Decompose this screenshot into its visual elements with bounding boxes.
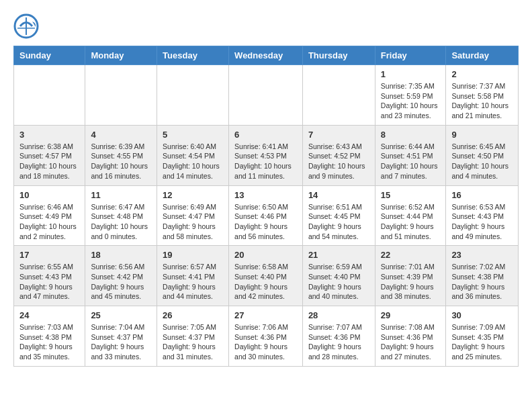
day-number: 14: [308, 190, 369, 200]
calendar-row-1: 3Sunrise: 6:38 AM Sunset: 4:57 PM Daylig…: [14, 125, 519, 185]
day-info: Sunrise: 7:01 AM Sunset: 4:39 PM Dayligh…: [381, 262, 441, 302]
logo: [13, 13, 42, 39]
calendar-cell: 11Sunrise: 6:47 AM Sunset: 4:48 PM Dayli…: [85, 185, 157, 246]
day-number: 13: [234, 190, 297, 200]
day-number: 20: [234, 250, 297, 260]
calendar-cell: [85, 65, 157, 126]
day-info: Sunrise: 7:05 AM Sunset: 4:37 PM Dayligh…: [163, 322, 223, 362]
calendar-cell: [302, 65, 375, 126]
day-number: 4: [91, 130, 151, 140]
calendar-header-tuesday: Tuesday: [157, 46, 229, 65]
page-header: [13, 13, 519, 39]
calendar-header-thursday: Thursday: [302, 46, 375, 65]
calendar-cell: 23Sunrise: 7:02 AM Sunset: 4:38 PM Dayli…: [446, 246, 519, 306]
calendar-cell: 15Sunrise: 6:52 AM Sunset: 4:44 PM Dayli…: [375, 185, 446, 246]
day-info: Sunrise: 6:52 AM Sunset: 4:44 PM Dayligh…: [381, 202, 441, 242]
calendar-cell: 18Sunrise: 6:56 AM Sunset: 4:42 PM Dayli…: [85, 246, 157, 306]
day-number: 25: [91, 310, 151, 320]
day-number: 1: [381, 69, 441, 79]
day-info: Sunrise: 7:02 AM Sunset: 4:38 PM Dayligh…: [451, 262, 513, 302]
day-number: 21: [308, 250, 369, 260]
day-info: Sunrise: 6:49 AM Sunset: 4:47 PM Dayligh…: [163, 202, 223, 242]
day-info: Sunrise: 6:41 AM Sunset: 4:53 PM Dayligh…: [234, 142, 297, 181]
day-number: 27: [234, 310, 297, 320]
calendar-cell: 14Sunrise: 6:51 AM Sunset: 4:45 PM Dayli…: [302, 185, 375, 246]
calendar-cell: 1Sunrise: 7:35 AM Sunset: 5:59 PM Daylig…: [375, 65, 446, 126]
calendar-cell: 28Sunrise: 7:07 AM Sunset: 4:36 PM Dayli…: [302, 306, 375, 367]
day-number: 12: [163, 190, 223, 200]
day-number: 8: [381, 130, 441, 140]
calendar-cell: [14, 65, 85, 126]
day-info: Sunrise: 6:53 AM Sunset: 4:43 PM Dayligh…: [451, 202, 513, 242]
day-number: 24: [19, 310, 79, 320]
calendar-header-monday: Monday: [85, 46, 157, 65]
calendar-cell: [157, 65, 229, 126]
day-number: 2: [451, 69, 513, 79]
day-number: 16: [451, 190, 513, 200]
day-info: Sunrise: 6:43 AM Sunset: 4:52 PM Dayligh…: [308, 142, 369, 181]
calendar-cell: 10Sunrise: 6:46 AM Sunset: 4:49 PM Dayli…: [14, 185, 85, 246]
day-info: Sunrise: 6:51 AM Sunset: 4:45 PM Dayligh…: [308, 202, 369, 242]
calendar-cell: 12Sunrise: 6:49 AM Sunset: 4:47 PM Dayli…: [157, 185, 229, 246]
calendar-cell: [229, 65, 303, 126]
day-info: Sunrise: 6:46 AM Sunset: 4:49 PM Dayligh…: [19, 202, 79, 242]
day-info: Sunrise: 6:55 AM Sunset: 4:43 PM Dayligh…: [19, 262, 79, 302]
day-info: Sunrise: 6:59 AM Sunset: 4:40 PM Dayligh…: [308, 262, 369, 302]
calendar-cell: 16Sunrise: 6:53 AM Sunset: 4:43 PM Dayli…: [446, 185, 519, 246]
calendar-cell: 27Sunrise: 7:06 AM Sunset: 4:36 PM Dayli…: [229, 306, 303, 367]
day-info: Sunrise: 6:58 AM Sunset: 4:40 PM Dayligh…: [234, 262, 297, 302]
day-info: Sunrise: 7:07 AM Sunset: 4:36 PM Dayligh…: [308, 322, 369, 362]
calendar-cell: 26Sunrise: 7:05 AM Sunset: 4:37 PM Dayli…: [157, 306, 229, 367]
calendar-header-saturday: Saturday: [446, 46, 519, 65]
calendar-cell: 13Sunrise: 6:50 AM Sunset: 4:46 PM Dayli…: [229, 185, 303, 246]
day-info: Sunrise: 7:06 AM Sunset: 4:36 PM Dayligh…: [234, 322, 297, 362]
day-number: 26: [163, 310, 223, 320]
day-info: Sunrise: 6:50 AM Sunset: 4:46 PM Dayligh…: [234, 202, 297, 242]
calendar-cell: 21Sunrise: 6:59 AM Sunset: 4:40 PM Dayli…: [302, 246, 375, 306]
day-info: Sunrise: 6:40 AM Sunset: 4:54 PM Dayligh…: [163, 142, 223, 181]
calendar-table: SundayMondayTuesdayWednesdayThursdayFrid…: [13, 46, 519, 367]
calendar-header-wednesday: Wednesday: [229, 46, 303, 65]
logo-icon: [13, 13, 39, 39]
day-number: 29: [381, 310, 441, 320]
calendar-cell: 9Sunrise: 6:45 AM Sunset: 4:50 PM Daylig…: [446, 125, 519, 185]
calendar-cell: 6Sunrise: 6:41 AM Sunset: 4:53 PM Daylig…: [229, 125, 303, 185]
day-number: 9: [451, 130, 513, 140]
calendar-row-0: 1Sunrise: 7:35 AM Sunset: 5:59 PM Daylig…: [14, 65, 519, 126]
day-info: Sunrise: 6:57 AM Sunset: 4:41 PM Dayligh…: [163, 262, 223, 302]
calendar-cell: 24Sunrise: 7:03 AM Sunset: 4:38 PM Dayli…: [14, 306, 85, 367]
day-info: Sunrise: 7:09 AM Sunset: 4:35 PM Dayligh…: [451, 322, 513, 362]
day-number: 15: [381, 190, 441, 200]
day-info: Sunrise: 7:37 AM Sunset: 5:58 PM Dayligh…: [451, 81, 513, 121]
day-info: Sunrise: 7:04 AM Sunset: 4:37 PM Dayligh…: [91, 322, 151, 362]
day-number: 10: [19, 190, 79, 200]
day-info: Sunrise: 6:39 AM Sunset: 4:55 PM Dayligh…: [91, 142, 151, 181]
day-number: 6: [234, 130, 297, 140]
calendar-cell: 30Sunrise: 7:09 AM Sunset: 4:35 PM Dayli…: [446, 306, 519, 367]
day-info: Sunrise: 6:47 AM Sunset: 4:48 PM Dayligh…: [91, 202, 151, 242]
day-info: Sunrise: 7:08 AM Sunset: 4:36 PM Dayligh…: [381, 322, 441, 362]
day-info: Sunrise: 6:45 AM Sunset: 4:50 PM Dayligh…: [451, 142, 513, 181]
calendar-header-sunday: Sunday: [14, 46, 85, 65]
day-info: Sunrise: 7:03 AM Sunset: 4:38 PM Dayligh…: [19, 322, 79, 362]
calendar-cell: 19Sunrise: 6:57 AM Sunset: 4:41 PM Dayli…: [157, 246, 229, 306]
calendar-cell: 8Sunrise: 6:44 AM Sunset: 4:51 PM Daylig…: [375, 125, 446, 185]
day-number: 23: [451, 250, 513, 260]
day-number: 17: [19, 250, 79, 260]
day-info: Sunrise: 6:38 AM Sunset: 4:57 PM Dayligh…: [19, 142, 79, 181]
day-number: 18: [91, 250, 151, 260]
calendar-header-friday: Friday: [375, 46, 446, 65]
calendar-cell: 17Sunrise: 6:55 AM Sunset: 4:43 PM Dayli…: [14, 246, 85, 306]
calendar-row-3: 17Sunrise: 6:55 AM Sunset: 4:43 PM Dayli…: [14, 246, 519, 306]
calendar-cell: 4Sunrise: 6:39 AM Sunset: 4:55 PM Daylig…: [85, 125, 157, 185]
calendar-cell: 3Sunrise: 6:38 AM Sunset: 4:57 PM Daylig…: [14, 125, 85, 185]
day-number: 11: [91, 190, 151, 200]
day-number: 5: [163, 130, 223, 140]
day-number: 19: [163, 250, 223, 260]
day-info: Sunrise: 7:35 AM Sunset: 5:59 PM Dayligh…: [381, 81, 441, 121]
calendar-cell: 2Sunrise: 7:37 AM Sunset: 5:58 PM Daylig…: [446, 65, 519, 126]
calendar-row-4: 24Sunrise: 7:03 AM Sunset: 4:38 PM Dayli…: [14, 306, 519, 367]
day-number: 30: [451, 310, 513, 320]
calendar-row-2: 10Sunrise: 6:46 AM Sunset: 4:49 PM Dayli…: [14, 185, 519, 246]
day-number: 22: [381, 250, 441, 260]
